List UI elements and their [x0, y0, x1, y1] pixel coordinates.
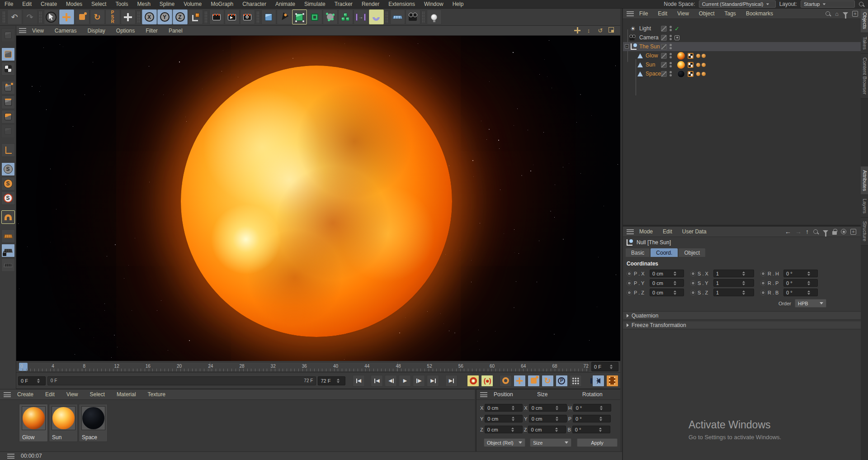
menu-window[interactable]: Window — [420, 1, 448, 7]
enable-axis-button[interactable] — [1, 143, 15, 157]
object-mode-dropdown[interactable]: Object (Rel) — [484, 438, 525, 447]
am-menu-icon[interactable] — [627, 229, 634, 234]
scale-tool-button[interactable] — [75, 9, 90, 24]
record-position-button[interactable] — [514, 375, 526, 387]
menu-tracker[interactable]: Tracker — [330, 1, 357, 7]
spinner-arrows-icon[interactable] — [548, 427, 565, 432]
lock-workplane-button[interactable] — [1, 244, 15, 257]
spinner-arrows-icon[interactable] — [332, 379, 344, 383]
rotation-h-field[interactable]: 0 ° — [573, 404, 611, 412]
tab-basic[interactable]: Basic — [626, 248, 650, 257]
spinner-arrows-icon[interactable] — [735, 271, 753, 276]
menu-modes[interactable]: Modes — [61, 1, 87, 7]
quaternion-group[interactable]: Quaternion — [623, 311, 862, 320]
vp-menu-options[interactable]: Options — [111, 28, 140, 34]
snap-button[interactable] — [1, 210, 15, 224]
menu-help[interactable]: Help — [448, 1, 468, 7]
om-menu-icon[interactable] — [627, 11, 634, 16]
position-y-field[interactable]: 0 cm — [485, 415, 523, 422]
collapse-icon[interactable]: − — [625, 44, 629, 48]
workplane-button[interactable] — [1, 229, 15, 243]
material-tile-glow[interactable]: Glow — [19, 404, 48, 442]
py-field[interactable]: 0 cm — [650, 279, 684, 287]
texture-tag-icon[interactable] — [688, 53, 693, 59]
material-tag-icon[interactable] — [677, 70, 685, 78]
size-mode-dropdown[interactable]: Size — [530, 438, 571, 447]
vp-menu-display[interactable]: Display — [82, 28, 110, 34]
material-menu-icon[interactable] — [4, 392, 11, 397]
spinner-arrows-icon[interactable] — [593, 406, 610, 410]
mat-menu-texture[interactable]: Texture — [142, 391, 171, 398]
mat-menu-material[interactable]: Material — [111, 391, 142, 398]
menu-extensions[interactable]: Extensions — [384, 1, 420, 7]
keyframe-radio-icon[interactable] — [690, 280, 696, 286]
texture-tag-icon[interactable] — [688, 62, 693, 68]
coordinates-section-header[interactable]: Coordinates — [623, 257, 862, 269]
tab-coord[interactable]: Coord. — [651, 248, 678, 257]
object-row-light[interactable]: ☀ Light ✓ — [623, 24, 862, 33]
am-menu-edit[interactable]: Edit — [658, 228, 677, 235]
coordinate-system-button[interactable] — [188, 9, 203, 24]
edit-state-icon[interactable] — [661, 44, 667, 50]
keyframe-radio-icon[interactable] — [760, 271, 766, 276]
object-row-space[interactable]: Space — [623, 69, 862, 78]
back-icon[interactable]: ← — [785, 228, 791, 235]
search-icon[interactable] — [813, 229, 819, 235]
psr-recent-tools-button[interactable]: PSR — [105, 9, 120, 24]
om-menu-file[interactable]: File — [635, 10, 652, 17]
pz-field[interactable]: 0 cm — [650, 289, 684, 296]
vp-menu-cameras[interactable]: Cameras — [50, 28, 82, 34]
menu-simulate[interactable]: Simulate — [300, 1, 330, 7]
previous-key-button[interactable]: ◀ — [371, 375, 383, 387]
add-icon[interactable]: + — [850, 229, 856, 235]
model-mode-button[interactable] — [1, 47, 15, 61]
texture-tag-icon[interactable] — [688, 71, 693, 77]
undo-button[interactable]: ↶ — [7, 9, 22, 24]
size-z-field[interactable]: 0 cm — [528, 426, 566, 433]
menu-file[interactable]: File — [0, 1, 18, 7]
vtab-objects[interactable]: Objects — [861, 9, 868, 33]
menu-render[interactable]: Render — [357, 1, 384, 7]
material-tag-icon[interactable] — [677, 61, 685, 69]
edit-state-icon[interactable] — [661, 62, 667, 68]
previous-frame-button[interactable]: ◀ — [385, 375, 397, 387]
object-name[interactable]: Glow — [646, 52, 658, 59]
lock-icon[interactable] — [832, 231, 837, 235]
object-row-glow[interactable]: Glow — [623, 51, 862, 60]
vtab-layers[interactable]: Layers — [861, 195, 868, 218]
point-level-animation-button[interactable] — [570, 375, 582, 387]
order-dropdown[interactable]: HPB — [795, 299, 826, 308]
object-row-camera[interactable]: Camera — [623, 33, 862, 42]
spinner-arrows-icon[interactable] — [606, 365, 618, 369]
up-icon[interactable]: ↑ — [806, 228, 809, 235]
freeze-transformation-group[interactable]: Freeze Transformation — [623, 321, 862, 329]
vtab-structure[interactable]: Structure — [861, 218, 868, 246]
keyframe-radio-icon[interactable] — [760, 290, 766, 295]
spinner-arrows-icon[interactable] — [668, 290, 683, 295]
render-view-button[interactable] — [209, 9, 224, 24]
visibility-dots-icon[interactable] — [670, 71, 672, 76]
edit-state-icon[interactable] — [661, 26, 667, 32]
texture-mode-button[interactable] — [1, 62, 15, 76]
render-preview-button[interactable] — [606, 375, 618, 387]
rp-field[interactable]: 0 ° — [783, 279, 818, 287]
target-icon[interactable] — [841, 229, 846, 234]
forward-icon[interactable]: → — [795, 228, 802, 235]
material-preview[interactable] — [81, 406, 105, 430]
menu-animate[interactable]: Animate — [271, 1, 300, 7]
rotation-p-field[interactable]: 0 ° — [573, 415, 611, 422]
object-row-sun[interactable]: Sun — [623, 60, 862, 69]
keyframe-selection-button[interactable] — [500, 375, 512, 387]
material-preview[interactable] — [22, 406, 46, 430]
viewport-menu-icon[interactable] — [19, 28, 26, 33]
edit-state-icon[interactable] — [661, 53, 667, 59]
spinner-arrows-icon[interactable] — [802, 281, 817, 285]
spline-pen-button[interactable] — [277, 9, 292, 24]
move-tool-button[interactable] — [59, 9, 74, 24]
next-key-button[interactable]: ▶ — [427, 375, 439, 387]
layout-dropdown[interactable]: Startup — [801, 0, 855, 8]
menu-spline[interactable]: Spline — [155, 1, 179, 7]
record-parameter-button[interactable]: P — [556, 375, 568, 387]
rotation-b-field[interactable]: 0 ° — [572, 426, 610, 433]
range-start-spinner[interactable]: 0 F — [18, 376, 46, 385]
